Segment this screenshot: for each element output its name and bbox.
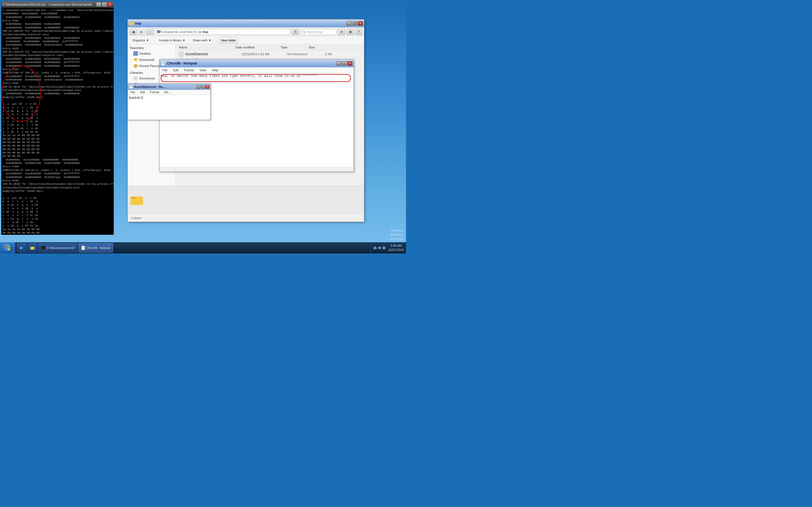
notepad-help-menu[interactable]: Help [210,68,220,72]
svg-rect-8 [135,54,137,55]
ribbon-divider2 [216,38,216,43]
taskbar-apps: e C:\ C:\Windows\system32\... [15,242,370,253]
explorer-statusbar: 3 items [128,214,364,222]
notepad-azure-title-area: AzureDiamond - No... [129,85,165,89]
file-icon-txt [179,52,184,56]
explorer-restore-button[interactable]: ❐ [352,21,357,25]
notepad-azure-minimize[interactable]: _ [196,85,200,89]
notepad-azure-title: AzureDiamond - No... [134,85,165,89]
svg-rect-48 [131,196,136,199]
taskbar-btn-ie[interactable]: e [17,243,27,252]
col-size-header[interactable]: Size [308,46,324,49]
address-sep1: ▶ [175,30,178,34]
col-name-header[interactable]: Name [178,46,234,49]
cmd-text: C:\Windows\system32\cmd.exe - c:\veeamon… [3,9,112,235]
up-button[interactable]: ↑ [146,29,154,35]
notepad-azure-icon [129,85,133,89]
notepad-cthon-controls: _ □ ✕ [336,61,352,66]
svg-rect-1 [129,23,133,25]
network-icon [373,246,377,250]
cmd-content: C:\Windows\system32\cmd.exe - c:\veeamon… [1,8,114,235]
win7-line2: Windows 7 [390,233,404,237]
preview-pane-button[interactable]: ▦ [347,29,354,35]
search-icon [302,30,306,34]
notepad-format-menu[interactable]: Format [183,68,196,72]
explorer-titlebar[interactable]: tmp _ ❐ ✕ [128,19,364,27]
favorites-label: Favorites [130,46,144,50]
column-headers: Name Date modified Type Size [175,44,364,50]
svg-rect-7 [134,52,138,54]
notepad2-file-menu[interactable]: File [129,91,137,94]
detail-pane [128,186,364,214]
view-options-button[interactable]: ⊞ [338,29,345,35]
table-row[interactable]: AzureDiamond 12/21/2019 1:51 AM Text Doc… [175,51,364,57]
ribbon-divider1 [154,38,154,43]
svg-rect-3 [157,31,160,33]
svg-rect-53 [130,85,133,89]
taskbar: e C:\ C:\Windows\system32\... [0,242,406,253]
downloads-icon [133,57,138,62]
svg-rect-9 [134,55,137,55]
libraries-label: Libraries [130,71,143,74]
svg-rect-57 [8,245,10,247]
notepad-file-menu[interactable]: File [161,68,169,72]
notepad-cthon-minimize[interactable]: _ [336,61,341,66]
tray-time[interactable]: 2:46 AM 12/21/2014 [388,244,404,252]
cmd-titlebar[interactable]: C:\Windows\system32\cmd.exe - c:\veeamon… [1,1,114,8]
notepad-azure-close[interactable]: ✕ [205,85,209,89]
notepad-cthon-title: Cthon98 - Notepad [167,61,197,65]
organize-button[interactable]: Organize ▼ [130,37,152,43]
notepad-azure-titlebar[interactable]: AzureDiamond - No... _ □ ✕ [128,83,210,90]
notepad-cthon-close[interactable]: ✕ [347,61,352,66]
notepad2-edit-menu[interactable]: Edit [139,91,147,94]
back-button[interactable]: ◀ [130,29,137,35]
desktop-icon [133,51,138,56]
notepad2-format-menu[interactable]: Format [148,91,161,94]
svg-rect-56 [5,245,7,247]
share-with-button[interactable]: Share with ▼ [190,37,214,43]
notepad2-view-menu[interactable]: Vie... [162,91,172,94]
col-date-header[interactable]: Date modified [234,46,280,49]
new-folder-button[interactable]: New folder [219,37,239,43]
svg-rect-59 [8,248,10,250]
file-date-azure: 12/21/2019 1:51 AM [242,52,287,56]
detail-folder-icon [130,193,144,207]
folder-icon [129,21,133,25]
taskbar-cmd-label: C:\Windows\system32\... [47,246,75,249]
svg-text:e: e [20,246,22,249]
start-orb [3,243,13,253]
sidebar-item-desktop[interactable]: Desktop [128,50,175,57]
notepad1-icon [81,245,86,250]
notepad-cthon-titlebar[interactable]: Cthon98 - Notepad _ □ ✕ [160,59,354,67]
notepad-cthon-maximize[interactable]: □ [342,61,347,66]
tray-icons [373,246,386,250]
svg-rect-58 [5,248,7,250]
cmd-maximize-button[interactable]: □ [102,2,107,7]
explorer-close-button[interactable]: ✕ [358,21,363,25]
taskbar-btn-explorer[interactable] [28,243,37,252]
help-button[interactable]: ? [355,29,362,35]
svg-rect-63 [31,247,35,249]
explorer-title-text: tmp [135,21,141,25]
svg-rect-47 [131,198,143,205]
include-library-button[interactable]: Include in library ▼ [156,37,188,43]
svg-text:C:\: C:\ [42,247,45,249]
explorer-minimize-button[interactable]: _ [347,21,352,25]
notepad-cthon-scrollbar[interactable] [160,167,354,172]
cmd-close-button[interactable]: ✕ [107,2,112,7]
address-bar[interactable]: Computer ▶ Local Disk (C:) ▶ tmp [155,29,290,35]
notepad-azure-maximize[interactable]: □ [201,85,205,89]
search-bar[interactable]: Search tmp [300,29,337,35]
svg-point-5 [303,31,305,33]
taskbar-btn-notepad1[interactable]: Cthon98 - Notepad [79,243,113,252]
explorer-toolbar: ◀ ▶ ↑ Computer ▶ Local Disk (C:) ▶ tmp ↻ [128,27,364,36]
forward-button[interactable]: ▶ [138,29,145,35]
cmd-minimize-button[interactable]: _ [96,2,101,7]
notepad-view-menu[interactable]: View [198,68,208,72]
col-type-header[interactable]: Type [280,46,308,49]
start-button[interactable] [0,242,15,253]
refresh-button[interactable]: ↻ [292,29,299,35]
win7-branding: Test Mode Windows 7 Build 7601 [390,228,404,241]
taskbar-btn-cmd[interactable]: C:\ C:\Windows\system32\... [38,243,77,252]
notepad-edit-menu[interactable]: Edit [171,68,180,72]
